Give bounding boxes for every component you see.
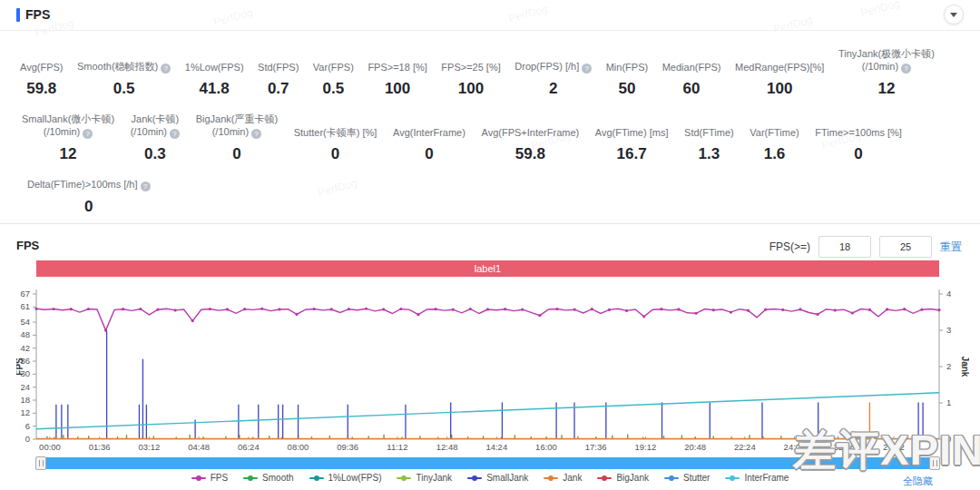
stat-value: 1.3 bbox=[684, 145, 734, 163]
legend-item-interframe[interactable]: InterFrame bbox=[725, 473, 789, 483]
svg-text:0: 0 bbox=[25, 434, 30, 444]
stat-value: 50 bbox=[606, 80, 648, 98]
stats-row-1: Avg(FPS)59.8Smooth(稳帧指数)?0.51%Low(FPS)41… bbox=[0, 47, 980, 98]
svg-text:08:00: 08:00 bbox=[288, 442, 309, 452]
legend-item-bigjank[interactable]: BigJank bbox=[597, 473, 649, 483]
svg-text:09:36: 09:36 bbox=[337, 442, 358, 452]
svg-text:19:12: 19:12 bbox=[635, 442, 657, 452]
stats-row-3: Delta(FTime)>100ms [/h]?0 bbox=[0, 178, 980, 216]
stat-fps-25-%: FPS>=25 [%]100 bbox=[441, 61, 500, 98]
stat-value: 100 bbox=[368, 80, 426, 98]
stat-value: 0.3 bbox=[131, 145, 180, 163]
range-handle-left[interactable] bbox=[35, 456, 46, 470]
stat-value: 100 bbox=[735, 80, 824, 98]
help-icon[interactable]: ? bbox=[83, 129, 93, 139]
svg-text:Jank: Jank bbox=[960, 357, 969, 377]
stat-label: Smooth(稳帧指数)? bbox=[77, 60, 171, 74]
help-icon[interactable]: ? bbox=[901, 64, 911, 74]
stat-label: Min(FPS) bbox=[606, 61, 648, 74]
svg-text:FPS: FPS bbox=[16, 358, 24, 376]
stat-fps-18-%: FPS>=18 [%]100 bbox=[368, 61, 426, 98]
stat-label: TinyJank(极微小卡顿)(/10min)? bbox=[838, 47, 935, 74]
legend-item-smalljank[interactable]: SmallJank bbox=[467, 473, 528, 483]
svg-text:03:12: 03:12 bbox=[139, 442, 161, 452]
stat-jank: Jank(卡顿)(/10min)?0.3 bbox=[131, 113, 180, 163]
help-icon[interactable]: ? bbox=[141, 181, 151, 191]
help-icon[interactable]: ? bbox=[582, 64, 592, 74]
stat-value: 1.6 bbox=[750, 145, 799, 163]
stat-value: 16.7 bbox=[595, 145, 669, 163]
stat-value: 0.7 bbox=[258, 80, 299, 98]
stat-label: Avg(FPS) bbox=[20, 61, 63, 74]
legend-label: BigJank bbox=[616, 473, 649, 483]
section-accent-bar bbox=[16, 8, 20, 22]
stat-var-ftime: Var(FTime)1.6 bbox=[750, 126, 799, 163]
stat-value: 2 bbox=[514, 80, 592, 98]
fps-threshold-input-high[interactable] bbox=[879, 236, 932, 258]
stat-std-fps: Std(FPS)0.7 bbox=[258, 61, 299, 98]
help-icon[interactable]: ? bbox=[251, 129, 261, 139]
legend-label: TinyJank bbox=[416, 473, 452, 483]
legend-label: 1%Low(FPS) bbox=[328, 473, 382, 483]
stat-value: 41.8 bbox=[185, 80, 244, 98]
chevron-down-icon bbox=[950, 13, 957, 17]
svg-text:61: 61 bbox=[20, 301, 30, 311]
stat-avg-fps-interframe: Avg(FPS+InterFrame)59.8 bbox=[482, 126, 580, 163]
stat-label: Drop(FPS) [/h]? bbox=[514, 60, 592, 74]
stat-label: FPS>=25 [%] bbox=[441, 61, 500, 74]
stat-bigjank: BigJank(严重卡顿)(/10min)?0 bbox=[196, 113, 278, 163]
collapse-section-button[interactable] bbox=[944, 5, 964, 24]
legend-item-smooth[interactable]: Smooth bbox=[243, 473, 293, 483]
stat-label: Var(FTime) bbox=[750, 126, 799, 139]
legend-marker-icon bbox=[191, 475, 206, 482]
svg-text:01:36: 01:36 bbox=[89, 442, 111, 452]
svg-text:6: 6 bbox=[25, 421, 30, 431]
stat-label: Std(FPS) bbox=[258, 61, 299, 74]
svg-text:04:48: 04:48 bbox=[188, 442, 210, 452]
reset-link[interactable]: 重置 bbox=[940, 240, 962, 255]
help-icon[interactable]: ? bbox=[161, 64, 171, 74]
chart-label-banner-text: label1 bbox=[475, 263, 501, 274]
legend-marker-icon bbox=[664, 475, 679, 482]
stat-label: 1%Low(FPS) bbox=[185, 61, 244, 74]
stat-value: 0 bbox=[294, 145, 377, 163]
svg-text:4: 4 bbox=[946, 289, 951, 299]
chart-label-banner: label1 bbox=[36, 260, 939, 277]
legend-marker-icon bbox=[725, 475, 740, 482]
svg-text:20:48: 20:48 bbox=[684, 442, 706, 452]
section-divider bbox=[0, 223, 980, 224]
fps-threshold-label: FPS(>=) bbox=[769, 240, 810, 253]
stat-label: Stutter(卡顿率) [%] bbox=[294, 126, 377, 139]
stat-label: Avg(FTime) [ms] bbox=[595, 126, 669, 139]
legend-label: Smooth bbox=[262, 473, 293, 483]
legend-label: FPS bbox=[211, 473, 228, 483]
legend-item-1%low-fps[interactable]: 1%Low(FPS) bbox=[309, 473, 382, 483]
stat-label: Jank(卡顿)(/10min)? bbox=[131, 113, 180, 139]
stat-value: 0.5 bbox=[313, 80, 354, 98]
stat-label: SmallJank(微小卡顿)(/10min)? bbox=[22, 113, 114, 139]
legend-item-jank[interactable]: Jank bbox=[544, 473, 582, 483]
svg-text:42: 42 bbox=[20, 343, 30, 353]
legend-label: InterFrame bbox=[744, 473, 789, 483]
svg-text:18: 18 bbox=[20, 395, 30, 405]
stat-avg-interframe: Avg(InterFrame)0 bbox=[393, 126, 466, 163]
stat-value: 59.8 bbox=[20, 80, 63, 98]
fps-threshold-input-low[interactable] bbox=[818, 236, 871, 258]
chart-title: FPS bbox=[16, 239, 39, 252]
legend-item-fps[interactable]: FPS bbox=[191, 473, 228, 483]
stat-label-sub: (/10min)? bbox=[22, 125, 114, 139]
stat-label: Std(FTime) bbox=[684, 126, 734, 139]
stat-median-fps: Median(FPS)60 bbox=[662, 61, 721, 98]
stats-row-2: SmallJank(微小卡顿)(/10min)?12Jank(卡顿)(/10mi… bbox=[0, 113, 980, 163]
stat-var-fps: Var(FPS)0.5 bbox=[313, 61, 354, 98]
stat-value: 12 bbox=[22, 145, 114, 163]
stat-label: Delta(FTime)>100ms [/h]? bbox=[27, 178, 151, 191]
help-icon[interactable]: ? bbox=[170, 129, 180, 139]
legend-marker-icon bbox=[597, 475, 612, 482]
legend-marker-icon bbox=[243, 475, 258, 482]
stat-label: Avg(FPS+InterFrame) bbox=[482, 126, 580, 139]
svg-text:1: 1 bbox=[946, 397, 951, 407]
stat-label: MedRange(FPS)[%] bbox=[735, 61, 824, 74]
legend-item-tinyjank[interactable]: TinyJank bbox=[397, 473, 452, 483]
legend-item-stutter[interactable]: Stutter bbox=[664, 473, 710, 483]
